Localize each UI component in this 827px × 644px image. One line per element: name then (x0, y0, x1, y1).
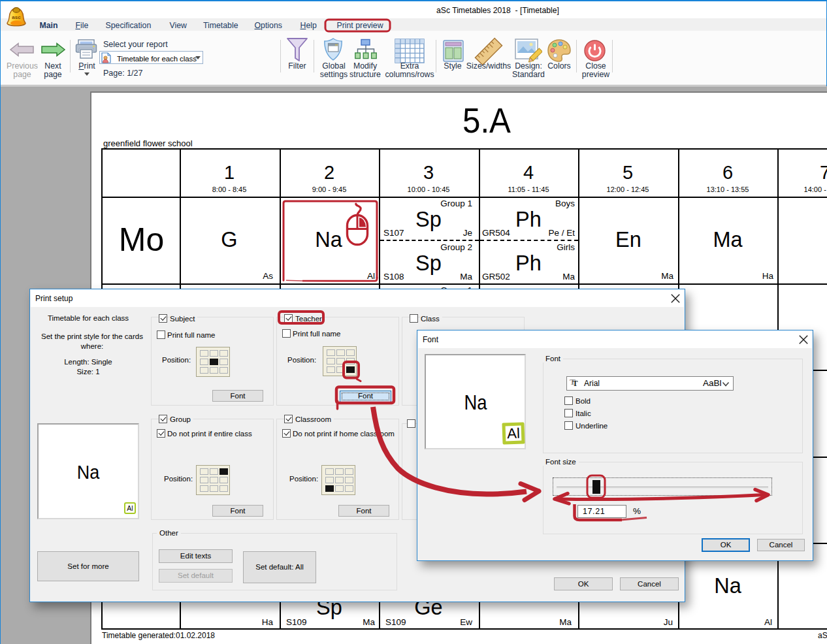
svg-text:asc: asc (12, 14, 21, 20)
